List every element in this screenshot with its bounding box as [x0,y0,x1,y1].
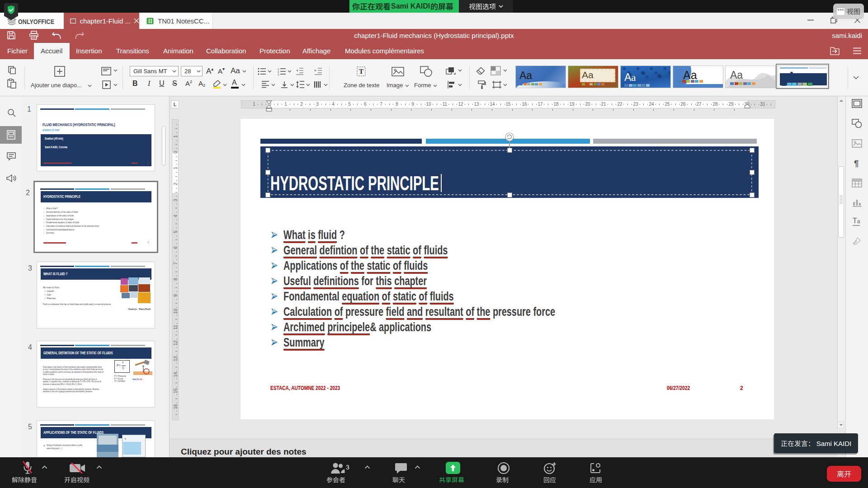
svg-text:3: 3 [278,73,279,76]
svg-text:T: T [359,68,363,75]
